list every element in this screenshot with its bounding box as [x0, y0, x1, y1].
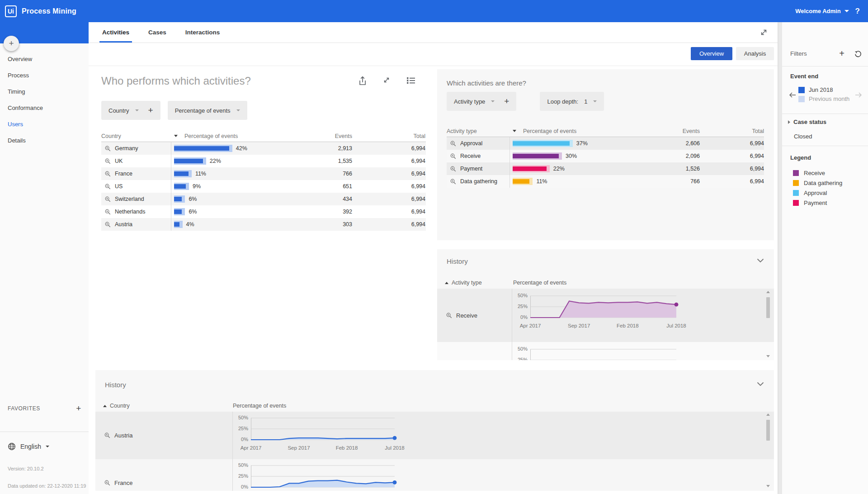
row-dimension-cell: Receive — [447, 150, 510, 162]
column-header-total[interactable]: Total — [352, 133, 425, 139]
sort-header[interactable]: Activity type — [445, 280, 482, 286]
bar — [174, 171, 189, 176]
legend-swatch — [793, 190, 799, 196]
column-header-total[interactable]: Total — [700, 128, 764, 134]
row-name: Netherlands — [115, 209, 145, 215]
zoom-in-icon[interactable] — [450, 179, 456, 185]
scroll-down-icon[interactable] — [766, 355, 770, 357]
zoom-in-icon[interactable] — [105, 209, 111, 215]
series-end-dot — [393, 436, 397, 440]
scroll-up-icon[interactable] — [766, 413, 770, 416]
zoom-in-icon[interactable] — [104, 480, 110, 486]
zoom-in-icon[interactable] — [450, 141, 456, 147]
column-header-dimension[interactable]: Activity type — [447, 125, 510, 137]
metric-header: Percentage of events — [513, 280, 566, 286]
user-menu[interactable]: Welcome Admin — [795, 8, 849, 14]
row-total-cell: 6,994 — [700, 178, 764, 185]
analysis-button[interactable]: Analysis — [736, 47, 774, 60]
event-end-selected[interactable]: Jun 2018 — [798, 86, 833, 93]
add-dashboard-button[interactable]: + — [4, 36, 19, 51]
zoom-in-icon[interactable] — [450, 166, 456, 172]
history-row: Austria50%25%0%Apr 2017Sep 2017Feb 2018J… — [95, 412, 774, 459]
dimension-select[interactable]: Country + — [101, 101, 160, 120]
zoom-in-icon[interactable] — [105, 171, 111, 177]
language-label: English — [20, 443, 41, 450]
legend-item-label: Data gathering — [804, 180, 842, 186]
sidebar-item-timing[interactable]: Timing — [0, 83, 89, 100]
scroll-down-icon[interactable] — [766, 485, 770, 487]
column-header-metric[interactable]: Percentage of events — [510, 125, 623, 137]
row-events-cell: 303 — [284, 221, 352, 228]
table-row: Data gathering11%7666,994 — [447, 175, 764, 188]
series-end-dot — [393, 480, 397, 484]
row-name: Approval — [460, 140, 482, 147]
tab-interactions[interactable]: Interactions — [183, 22, 223, 43]
zoom-in-icon[interactable] — [105, 158, 111, 164]
column-header-metric[interactable]: Percentage of events — [171, 130, 284, 142]
sidebar-item-process[interactable]: Process — [0, 67, 89, 83]
history-rows: Receive50%25%0%Apr 2017Sep 2017Feb 2018J… — [437, 289, 774, 360]
sort-asc-icon — [445, 282, 448, 284]
add-dimension-icon[interactable]: + — [504, 96, 509, 106]
row-total-cell: 6,994 — [700, 166, 764, 172]
overview-button[interactable]: Overview — [691, 47, 732, 60]
legend-icon[interactable] — [406, 76, 416, 84]
case-status-expander[interactable]: Case status — [788, 119, 826, 125]
zoom-in-icon[interactable] — [450, 153, 456, 159]
reset-filters-icon[interactable] — [854, 50, 862, 57]
bar-halo — [174, 183, 189, 190]
collapse-chevron-icon[interactable] — [757, 258, 764, 263]
share-icon[interactable] — [358, 76, 367, 86]
zoom-in-icon[interactable] — [446, 313, 452, 318]
language-selector[interactable]: English — [8, 442, 49, 451]
dimension-select[interactable]: Activity type + — [447, 92, 516, 111]
column-header-events[interactable]: Events — [623, 128, 700, 134]
version-label: Version: 20.10.2 — [8, 466, 44, 471]
row-total-cell: 6,994 — [352, 221, 425, 228]
y-tick-label: 25% — [233, 426, 248, 431]
add-favorite-button[interactable]: + — [76, 404, 81, 413]
users-table: CountryPercentage of eventsEventsTotalGe… — [101, 130, 426, 231]
panel-title: History — [105, 381, 126, 389]
scrollbar-thumb[interactable] — [766, 420, 770, 441]
metric-select[interactable]: Percentage of events — [168, 101, 247, 120]
scroll-up-icon[interactable] — [766, 291, 770, 293]
table-row: France11%7666,994 — [101, 167, 426, 180]
add-filter-button[interactable]: + — [839, 48, 844, 59]
sidebar-item-details[interactable]: Details — [0, 132, 89, 148]
row-dimension-cell: Data gathering — [447, 175, 510, 188]
sidebar-item-conformance[interactable]: Conformance — [0, 100, 89, 116]
tab-activities[interactable]: Activities — [99, 22, 132, 43]
divider — [782, 146, 868, 146]
event-end-compare[interactable]: Previous month — [798, 95, 849, 102]
y-tick-label: 25% — [512, 357, 528, 360]
row-dimension-cell: Approval — [447, 137, 510, 150]
expand-icon[interactable] — [382, 76, 391, 84]
sidebar-item-users[interactable]: Users — [0, 116, 89, 132]
fullscreen-icon[interactable] — [760, 28, 768, 36]
column-header-events[interactable]: Events — [284, 133, 352, 139]
table-row: Germany42%2,9136,994 — [101, 142, 426, 155]
expand-right-icon — [788, 120, 790, 124]
add-dimension-icon[interactable]: + — [148, 105, 153, 115]
chevron-down-icon — [236, 109, 240, 111]
column-header-dimension[interactable]: Country — [101, 130, 171, 142]
sidebar-item-overview[interactable]: Overview — [0, 51, 89, 67]
zoom-in-icon[interactable] — [105, 196, 111, 202]
bar — [513, 154, 559, 158]
dimension-select-value: Country — [108, 107, 129, 114]
scrollbar-thumb[interactable] — [766, 297, 770, 318]
loop-depth-select[interactable]: Loop depth: 1 — [540, 92, 604, 111]
previous-period-icon[interactable] — [788, 92, 797, 98]
zoom-in-icon[interactable] — [104, 432, 110, 438]
zoom-in-icon[interactable] — [105, 184, 111, 190]
zoom-in-icon[interactable] — [105, 222, 111, 228]
legend-item-label: Receive — [804, 170, 825, 176]
area-chart — [530, 348, 676, 360]
zoom-in-icon[interactable] — [105, 146, 111, 152]
help-icon[interactable]: ? — [855, 7, 860, 16]
next-period-icon[interactable] — [854, 92, 863, 98]
tab-cases[interactable]: Cases — [146, 22, 169, 43]
sort-header[interactable]: Country — [103, 403, 130, 409]
collapse-chevron-icon[interactable] — [757, 382, 764, 386]
